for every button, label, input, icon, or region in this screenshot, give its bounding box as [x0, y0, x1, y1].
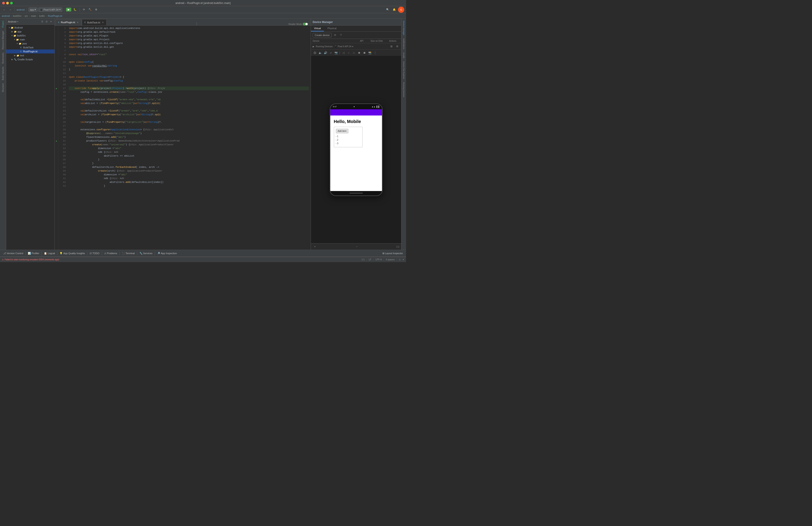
minimize-button[interactable]: [6, 2, 9, 4]
breadcrumb-android[interactable]: android: [2, 15, 10, 17]
close-button[interactable]: [2, 2, 5, 4]
resource-manager-tab-btn[interactable]: Resource Manager: [1, 29, 5, 51]
gutter-7: [55, 49, 58, 53]
device-help-btn[interactable]: ?: [339, 33, 343, 37]
power-btn[interactable]: ⏻: [313, 51, 317, 55]
tab-rustplugin-close[interactable]: ✕: [76, 21, 79, 24]
debug-button[interactable]: 🐛: [72, 8, 78, 12]
screenshot-btn[interactable]: 📷: [334, 51, 338, 55]
gutter-14: [55, 75, 58, 79]
back-btn[interactable]: ←: [2, 8, 7, 12]
breadcrumb-buildsrc[interactable]: buildSrc: [13, 15, 21, 17]
running-device-dropdown[interactable]: 📱 Pixel 6 API 34 ▾: [334, 45, 388, 48]
logcat-btn[interactable]: 📋 Logcat: [43, 251, 56, 256]
stop-btn[interactable]: ⏹: [362, 51, 367, 55]
record-btn[interactable]: ⏺: [357, 51, 361, 55]
project-tab-btn[interactable]: Project: [1, 19, 5, 29]
problems-btn[interactable]: ⚠ Problems: [103, 251, 118, 256]
status-indent[interactable]: 4 spaces: [386, 258, 394, 261]
breadcrumb-file[interactable]: RustPlugin.kt: [48, 15, 62, 17]
tree-item-test[interactable]: ▶ 📁 test: [6, 54, 55, 57]
version-control-btn[interactable]: ⎇ Version Control: [2, 251, 25, 256]
reader-mode[interactable]: Reader Mode: [287, 23, 310, 25]
status-encoding[interactable]: UTF-8: [375, 258, 381, 261]
volume-up-btn[interactable]: 🔊: [323, 51, 328, 55]
gutter-29: [55, 132, 58, 136]
breadcrumb-kotlin[interactable]: kotlin: [39, 15, 45, 17]
code-content[interactable]: import com.android.build.api.dsl.Applica…: [67, 26, 311, 250]
status-right: 1:1 | LF | UTF-8 | 4 spaces | ⚠ ✕: [362, 258, 404, 261]
terminal-btn[interactable]: ⬛ Terminal: [120, 251, 136, 256]
device-layout-btn[interactable]: ⊞: [389, 44, 394, 48]
emulator-app-bar: [330, 109, 382, 115]
right-vtab-running-devices[interactable]: Running Devices: [402, 81, 405, 99]
tree-item-android[interactable]: ▾ 📁 Android: [6, 26, 55, 30]
right-vtab-device-manager[interactable]: Device Manager: [402, 19, 405, 37]
code-line-24: val archList = (findProperty("archList")…: [69, 113, 309, 117]
build-variants-tab-btn[interactable]: Build Variants: [1, 65, 5, 82]
build-btn[interactable]: 🔨: [87, 8, 93, 12]
tree-item-app[interactable]: ▶ 📁 app: [6, 30, 55, 33]
square-nav-btn[interactable]: □: [352, 51, 356, 55]
todo-btn[interactable]: ☑ TODO: [88, 251, 101, 256]
create-device-button[interactable]: Create device: [313, 33, 332, 37]
refresh-devices-btn[interactable]: ⟳: [333, 33, 337, 37]
tree-item-buildtask[interactable]: K BuildTask: [6, 45, 55, 49]
tree-item-rustplugin[interactable]: K RustPlugin.kt: [6, 49, 55, 54]
services-btn[interactable]: 🔧 Services: [138, 251, 154, 256]
breadcrumb-src[interactable]: src: [25, 15, 28, 17]
status-line-ending[interactable]: LF: [369, 258, 371, 261]
zoom-in-btn[interactable]: +: [313, 244, 317, 249]
volume-down-btn[interactable]: 🔈: [318, 51, 322, 55]
terminal-label: Terminal: [126, 252, 135, 255]
zoom-out-btn[interactable]: −: [354, 244, 359, 249]
tab-buildtask[interactable]: K BuildTask.kt ✕: [82, 19, 106, 25]
camera-btn[interactable]: 📸: [367, 51, 372, 55]
tree-item-main[interactable]: ▾ 📁 main: [6, 38, 55, 42]
app-quality-btn[interactable]: 💡 App Quality Insights: [58, 251, 86, 256]
profiler-btn[interactable]: 📊 Profiler: [27, 251, 41, 256]
tree-label-gradle: Gradle Scripts: [17, 58, 33, 61]
sync-btn[interactable]: ⟳: [82, 8, 86, 12]
device-dropdown[interactable]: 📱 Pixel 6 API 34 ▾: [39, 8, 62, 12]
tree-collapse-btn[interactable]: ⊟: [45, 20, 48, 24]
code-line-22: [69, 105, 309, 109]
maximize-button[interactable]: [10, 2, 13, 4]
status-line-col[interactable]: 1:1: [362, 258, 365, 261]
rotate-btn[interactable]: ⤾: [329, 51, 333, 55]
device-settings-btn[interactable]: ⚙: [395, 44, 400, 48]
run-button[interactable]: ▶: [66, 8, 71, 12]
emulator-add-btn[interactable]: Add item: [336, 129, 348, 133]
tree-settings-btn[interactable]: ☰: [40, 20, 44, 24]
tab-buildtask-close[interactable]: ✕: [102, 21, 104, 24]
settings-btn[interactable]: ⚙: [94, 8, 99, 12]
tab-physical[interactable]: Physical: [324, 26, 339, 31]
right-vtab-gradle[interactable]: Gradle: [402, 51, 405, 60]
breadcrumb-main[interactable]: main: [31, 15, 36, 17]
more-controls-btn[interactable]: ⋮: [373, 51, 377, 55]
search-btn[interactable]: 🔍: [385, 8, 391, 12]
tab-more-btn[interactable]: ⋮: [195, 22, 198, 25]
tree-item-java[interactable]: ▾ 📁 java: [6, 42, 55, 45]
tree-close-btn[interactable]: ✕: [49, 20, 53, 24]
bookmarks-tab-btn[interactable]: Bookmarks: [1, 51, 5, 65]
avatar[interactable]: G: [398, 6, 404, 13]
chevron-down-icon-2: ▾: [59, 8, 61, 11]
layout-inspector-btn[interactable]: ⊞ Layout Inspector: [381, 251, 404, 256]
tab-virtual[interactable]: Virtual: [311, 26, 324, 31]
app-inspection-btn[interactable]: 🔎 App Inspection: [156, 251, 178, 256]
back-nav-btn[interactable]: ◁: [341, 51, 346, 55]
app-dropdown[interactable]: app ▾: [28, 8, 38, 12]
right-vtab-file-explorer[interactable]: Device File Explorer: [402, 60, 405, 81]
forward-btn[interactable]: →: [8, 8, 13, 12]
tree-item-gradle[interactable]: ▶ 🔧 Gradle Scripts: [6, 57, 55, 61]
notifications-btn[interactable]: 🔔: [391, 8, 397, 12]
reader-mode-toggle[interactable]: [303, 23, 308, 25]
tree-item-buildsrc[interactable]: ▾ 📁 buildSrc: [6, 33, 55, 38]
app-inspection-label: App Inspection: [161, 252, 177, 255]
right-vtab-notifications[interactable]: Notifications: [402, 37, 405, 51]
home-nav-btn[interactable]: ○: [346, 51, 351, 55]
structure-tab-btn[interactable]: Structure: [1, 82, 5, 94]
breadcrumb-bar: android › buildSrc › src › main › kotlin…: [0, 13, 406, 18]
tab-rustplugin[interactable]: K RustPlugin.kt ✕: [56, 19, 82, 25]
